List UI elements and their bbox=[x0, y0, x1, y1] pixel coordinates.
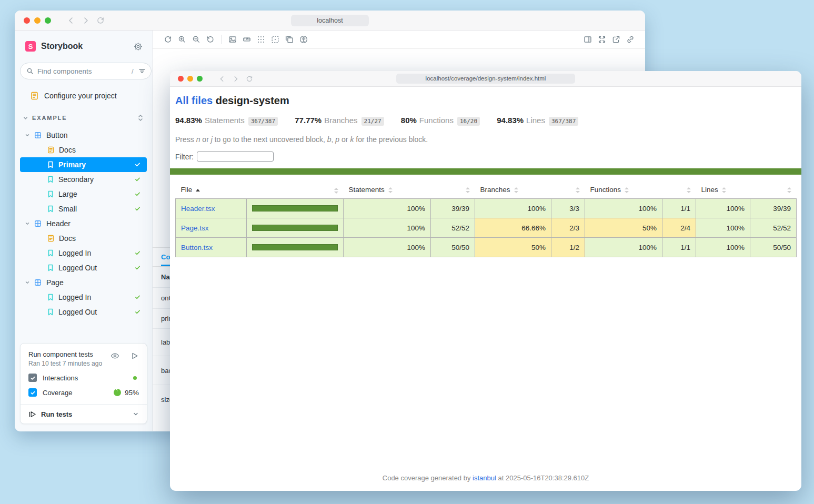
column-header-lines-frac[interactable] bbox=[750, 182, 797, 199]
tree-item-label: Logged In bbox=[58, 249, 91, 257]
brand-title: Storybook bbox=[41, 42, 83, 51]
viewports-icon[interactable] bbox=[282, 33, 296, 47]
canvas-toolbar bbox=[153, 31, 645, 49]
tree-item-page-logged-out[interactable]: Logged Out bbox=[20, 305, 147, 319]
sort-icon[interactable] bbox=[625, 187, 629, 193]
file-link[interactable]: Button.tsx bbox=[181, 244, 213, 251]
sort-icon[interactable] bbox=[687, 187, 691, 193]
tree-item-header-docs[interactable]: Docs bbox=[20, 231, 147, 246]
sidebar-section-example[interactable]: EXAMPLE bbox=[15, 100, 152, 124]
minimize-window-button[interactable] bbox=[34, 17, 41, 24]
copy-link-icon[interactable] bbox=[623, 33, 637, 47]
column-header-functions-frac[interactable] bbox=[662, 182, 696, 199]
sort-icon[interactable] bbox=[787, 187, 791, 193]
stat-percentage: 77.77% bbox=[295, 116, 321, 125]
stat-label: Branches bbox=[324, 116, 357, 125]
back-icon[interactable] bbox=[218, 75, 226, 83]
grid-icon[interactable] bbox=[254, 33, 268, 47]
tree-item-primary-selected[interactable]: Primary bbox=[20, 157, 147, 172]
stat-label: Statements bbox=[205, 116, 245, 125]
tree-item-label: Docs bbox=[59, 234, 76, 243]
configure-project-link[interactable]: Configure your project bbox=[15, 79, 152, 100]
sort-icon[interactable] bbox=[466, 187, 470, 193]
run-tests-button[interactable]: Run tests bbox=[21, 404, 147, 424]
tree-item-label: Logged Out bbox=[58, 264, 97, 272]
zoom-in-icon[interactable] bbox=[175, 33, 189, 47]
column-header-statements-frac[interactable] bbox=[431, 182, 475, 199]
section-label: EXAMPLE bbox=[32, 115, 67, 121]
zoom-window-button[interactable] bbox=[197, 76, 203, 82]
coverage-checkbox[interactable] bbox=[28, 388, 37, 397]
forward-icon[interactable] bbox=[82, 16, 90, 25]
tree-item-small[interactable]: Small bbox=[20, 201, 147, 216]
reset-zoom-icon[interactable] bbox=[203, 33, 217, 47]
panel-toggle-icon[interactable] bbox=[580, 33, 595, 47]
configure-label: Configure your project bbox=[44, 92, 117, 100]
column-header-file[interactable]: File bbox=[176, 182, 247, 199]
column-header-functions[interactable]: Functions bbox=[585, 182, 662, 199]
tree-item-header-logged-out[interactable]: Logged Out bbox=[20, 260, 147, 275]
run-all-play-icon[interactable] bbox=[131, 352, 138, 360]
zoom-out-icon[interactable] bbox=[189, 33, 203, 47]
statements-frac-cell: 52/52 bbox=[431, 218, 475, 238]
gear-icon[interactable] bbox=[134, 42, 143, 51]
tree-item-label: Header bbox=[46, 219, 71, 228]
bookmark-icon bbox=[47, 294, 54, 301]
interactions-checkbox[interactable] bbox=[28, 374, 37, 382]
minimize-window-button[interactable] bbox=[187, 76, 193, 82]
all-files-link[interactable]: All files bbox=[175, 95, 213, 106]
reload-icon[interactable] bbox=[96, 16, 105, 25]
backgrounds-icon[interactable] bbox=[225, 33, 239, 47]
sort-icon[interactable] bbox=[514, 187, 518, 193]
tree-item-secondary[interactable]: Secondary bbox=[20, 172, 147, 187]
watch-mode-eye-icon[interactable] bbox=[110, 352, 119, 360]
fullscreen-icon[interactable] bbox=[595, 33, 609, 47]
sort-icon[interactable] bbox=[334, 188, 338, 194]
stat-functions: 80%Functions16/20 bbox=[401, 116, 480, 125]
accessibility-icon[interactable] bbox=[296, 33, 310, 47]
search-input[interactable] bbox=[37, 67, 130, 75]
remount-icon[interactable] bbox=[160, 33, 175, 47]
reload-icon[interactable] bbox=[246, 75, 253, 83]
close-window-button[interactable] bbox=[24, 17, 30, 24]
column-header-branches[interactable]: Branches bbox=[475, 182, 551, 199]
search-icon bbox=[26, 67, 34, 75]
sort-icon[interactable] bbox=[388, 187, 393, 193]
lines-pct-cell: 100% bbox=[696, 238, 750, 257]
tree-item-button-docs[interactable]: Docs bbox=[20, 143, 147, 157]
back-icon[interactable] bbox=[67, 16, 75, 25]
zoom-window-button[interactable] bbox=[45, 17, 51, 24]
collapse-expand-icon[interactable] bbox=[137, 114, 144, 122]
tree-item-page-logged-in[interactable]: Logged In bbox=[20, 290, 147, 305]
file-link[interactable]: Page.tsx bbox=[181, 224, 209, 232]
address-bar[interactable]: localhost/coverage/design-system/index.h… bbox=[396, 74, 575, 84]
tree-item-button[interactable]: Button bbox=[20, 128, 147, 143]
column-header-pic[interactable] bbox=[247, 182, 344, 199]
search-box[interactable]: / bbox=[20, 63, 152, 79]
sort-icon[interactable] bbox=[576, 187, 580, 193]
toolbar-divider bbox=[221, 35, 222, 44]
tree-item-label: Page bbox=[46, 278, 64, 287]
stat-lines: 94.83%Lines367/387 bbox=[497, 116, 578, 125]
forward-icon[interactable] bbox=[232, 75, 239, 83]
sort-icon[interactable] bbox=[722, 187, 726, 193]
measure-icon[interactable] bbox=[239, 33, 254, 47]
address-bar[interactable]: localhost bbox=[291, 15, 369, 26]
open-external-icon[interactable] bbox=[609, 33, 623, 47]
file-link[interactable]: Header.tsx bbox=[181, 205, 215, 213]
statements-pct-cell: 100% bbox=[344, 218, 431, 238]
close-window-button[interactable] bbox=[178, 76, 184, 82]
column-header-lines[interactable]: Lines bbox=[696, 182, 750, 199]
filter-icon[interactable] bbox=[138, 67, 146, 75]
outline-icon[interactable] bbox=[268, 33, 282, 47]
column-header-statements[interactable]: Statements bbox=[344, 182, 431, 199]
tree-item-header[interactable]: Header bbox=[20, 216, 147, 231]
run-tests-icon bbox=[28, 410, 36, 418]
stat-label: Functions bbox=[419, 116, 454, 125]
tree-item-page[interactable]: Page bbox=[20, 275, 147, 290]
filter-input[interactable] bbox=[197, 152, 274, 162]
tree-item-header-logged-in[interactable]: Logged In bbox=[20, 246, 147, 260]
column-header-branches-frac[interactable] bbox=[551, 182, 585, 199]
tree-item-large[interactable]: Large bbox=[20, 187, 147, 201]
istanbul-link[interactable]: istanbul bbox=[473, 474, 496, 482]
